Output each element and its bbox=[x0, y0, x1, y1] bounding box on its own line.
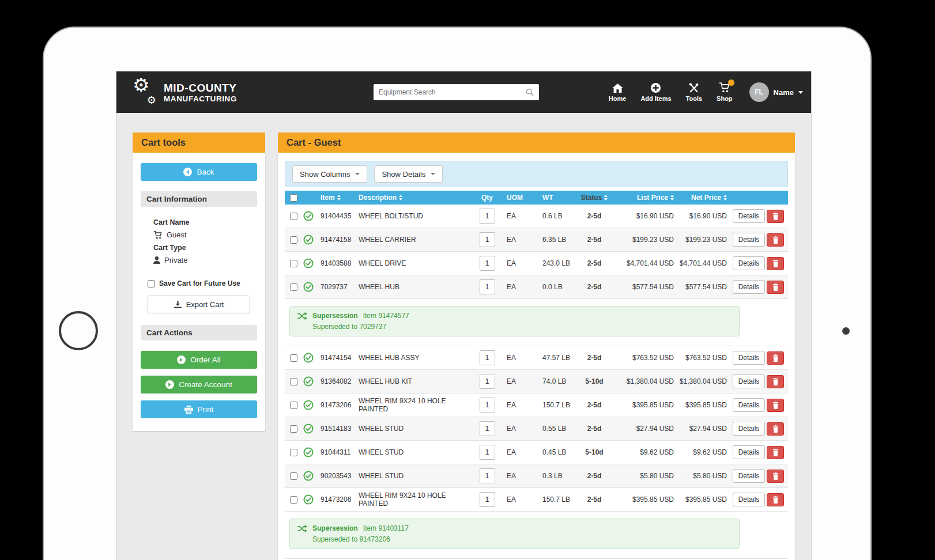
search-input[interactable] bbox=[379, 88, 526, 96]
details-button[interactable]: Details bbox=[733, 469, 766, 483]
details-button[interactable]: Details bbox=[733, 398, 766, 412]
item-number: 91364082 bbox=[321, 377, 359, 385]
supersession-superseded: Superseded to 7029737 bbox=[312, 323, 732, 331]
table-header-row: ItemDescriptionQtyUOMWTStatusList PriceN… bbox=[285, 191, 788, 205]
show-details-button[interactable]: Show Details bbox=[374, 165, 443, 183]
brand-logo[interactable]: ⚙⚙ MID-COUNTY MANUFACTURING bbox=[133, 79, 237, 105]
weight: 6.35 LB bbox=[536, 236, 576, 244]
row-checkbox[interactable] bbox=[290, 236, 297, 244]
row-checkbox[interactable] bbox=[290, 283, 297, 291]
cart-tools-panel: Cart tools Back Cart Information Cart Na… bbox=[133, 133, 265, 431]
delete-button[interactable] bbox=[767, 375, 784, 388]
check-circle-icon bbox=[303, 471, 314, 481]
row-checkbox[interactable] bbox=[290, 425, 297, 433]
qty-input[interactable] bbox=[480, 374, 495, 389]
row-checkbox[interactable] bbox=[290, 402, 297, 409]
sort-icon bbox=[337, 195, 341, 200]
nav-tools[interactable]: Tools bbox=[686, 82, 703, 102]
item-description: WHEEL STUD bbox=[359, 472, 473, 480]
delete-button[interactable] bbox=[767, 210, 784, 223]
table-row: 91403588 WHEEL DRIVE EA 243.0 LB 2-5d $4… bbox=[285, 252, 788, 275]
details-button[interactable]: Details bbox=[733, 256, 766, 270]
delete-button[interactable] bbox=[767, 257, 784, 270]
qty-input[interactable] bbox=[480, 445, 495, 460]
check-circle-icon bbox=[303, 423, 314, 434]
row-checkbox[interactable] bbox=[290, 496, 297, 504]
delete-button[interactable] bbox=[767, 422, 784, 436]
details-button[interactable]: Details bbox=[733, 209, 766, 223]
details-button[interactable]: Details bbox=[733, 422, 766, 436]
row-checkbox[interactable] bbox=[290, 449, 297, 456]
table-row: 7029737 WHEEL HUB EA 0.0 LB 2-5d $577.54… bbox=[285, 275, 788, 299]
details-button[interactable]: Details bbox=[733, 445, 766, 459]
list-price: $5.80 USD bbox=[613, 472, 675, 480]
delete-button[interactable] bbox=[767, 470, 784, 483]
qty-input[interactable] bbox=[480, 279, 495, 294]
details-button[interactable]: Details bbox=[733, 351, 766, 365]
column-header-item[interactable]: Item bbox=[321, 194, 359, 202]
order-all-button[interactable]: Order All bbox=[141, 351, 257, 369]
table-row: 91474158 WHEEL CARRIER EA 6.35 LB 2-5d $… bbox=[285, 228, 788, 252]
save-cart-checkbox[interactable] bbox=[148, 280, 155, 287]
weight: 74.0 LB bbox=[536, 377, 576, 385]
qty-input[interactable] bbox=[480, 209, 495, 224]
cart-name-label: Cart Name bbox=[153, 218, 250, 226]
qty-input[interactable] bbox=[480, 256, 495, 271]
nav-home-label: Home bbox=[609, 95, 627, 102]
column-header-net-price[interactable]: Net Price bbox=[675, 194, 733, 202]
row-checkbox[interactable] bbox=[290, 213, 297, 220]
show-columns-button[interactable]: Show Columns bbox=[292, 165, 367, 183]
net-price: $1,380.04 USD bbox=[675, 377, 733, 385]
details-button[interactable]: Details bbox=[733, 374, 766, 388]
select-all-checkbox[interactable] bbox=[290, 194, 297, 202]
print-button[interactable]: Print bbox=[141, 400, 257, 418]
trash-icon bbox=[772, 402, 779, 409]
delete-button[interactable] bbox=[767, 399, 784, 412]
qty-input[interactable] bbox=[480, 398, 495, 413]
cart-title: Cart - Guest bbox=[278, 133, 795, 153]
uom: EA bbox=[501, 425, 536, 433]
back-button[interactable]: Back bbox=[141, 163, 257, 181]
row-checkbox[interactable] bbox=[290, 472, 297, 480]
status-badge: 2-5d bbox=[576, 354, 613, 362]
user-menu[interactable]: FL Name bbox=[749, 82, 803, 102]
qty-input[interactable] bbox=[480, 468, 495, 483]
column-header-status[interactable]: Status bbox=[576, 194, 613, 202]
qty-input[interactable] bbox=[480, 421, 495, 436]
row-checkbox[interactable] bbox=[290, 260, 297, 267]
delete-button[interactable] bbox=[767, 446, 784, 459]
item-number: 91514183 bbox=[321, 425, 359, 433]
export-cart-button[interactable]: Export Cart bbox=[148, 296, 250, 313]
arrow-left-circle-icon bbox=[183, 168, 192, 176]
qty-input[interactable] bbox=[480, 350, 495, 365]
create-account-button[interactable]: Create Account bbox=[141, 376, 257, 393]
item-number: 91473206 bbox=[321, 495, 359, 504]
status-badge: 2-5d bbox=[576, 425, 613, 433]
details-button[interactable]: Details bbox=[733, 493, 766, 506]
column-header-description[interactable]: Description bbox=[359, 194, 473, 202]
status-badge: 2-5d bbox=[576, 401, 613, 409]
uom: EA bbox=[501, 283, 536, 291]
cart-type-value-row: Private bbox=[153, 256, 250, 264]
table-row: 90203543 WHEEL STUD EA 0.3 LB 2-5d $5.80… bbox=[285, 464, 788, 488]
table-row: 91474154 WHEEL HUB ASSY EA 47.57 LB 2-5d… bbox=[285, 346, 788, 370]
nav-shop[interactable]: Shop bbox=[717, 82, 733, 102]
top-navbar: ⚙⚙ MID-COUNTY MANUFACTURING Home bbox=[116, 71, 811, 113]
item-description: WHEEL BOLT/STUD bbox=[359, 212, 473, 220]
uom: EA bbox=[501, 448, 536, 456]
delete-button[interactable] bbox=[767, 351, 784, 365]
delete-button[interactable] bbox=[767, 281, 784, 294]
qty-input[interactable] bbox=[480, 232, 495, 247]
delete-button[interactable] bbox=[767, 493, 784, 506]
row-checkbox[interactable] bbox=[290, 354, 297, 362]
details-button[interactable]: Details bbox=[733, 280, 766, 294]
row-checkbox[interactable] bbox=[290, 378, 297, 385]
delete-button[interactable] bbox=[767, 233, 784, 247]
qty-input[interactable] bbox=[480, 492, 495, 507]
details-button[interactable]: Details bbox=[733, 233, 766, 247]
table-body: 91404435 WHEEL BOLT/STUD EA 0.6 LB 2-5d … bbox=[285, 205, 788, 559]
nav-add-items[interactable]: Add Items bbox=[640, 82, 671, 102]
tablet-home-button[interactable] bbox=[59, 311, 98, 350]
column-header-list-price[interactable]: List Price bbox=[613, 194, 675, 202]
nav-home[interactable]: Home bbox=[609, 82, 627, 102]
